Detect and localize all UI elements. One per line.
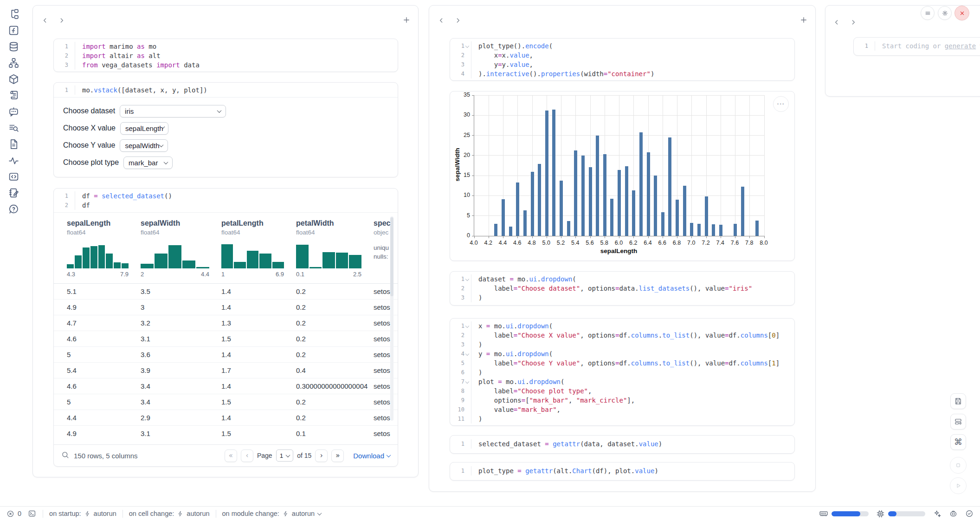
code-editor[interactable]: 1x = mo.ui.dropdown(2 label="Choose X va… xyxy=(450,319,794,426)
table-row[interactable]: 5.13.51.40.2setos xyxy=(54,283,398,299)
sidebar-item-dependencies[interactable] xyxy=(7,57,19,69)
sidebar-item-packages[interactable] xyxy=(7,73,19,85)
sidebar-item-logs[interactable] xyxy=(7,122,19,134)
chart-plot-area[interactable] xyxy=(474,95,764,236)
stop-button[interactable] xyxy=(950,457,967,474)
command-palette-button[interactable]: ⌘ xyxy=(950,434,966,450)
chart-bar xyxy=(574,150,577,236)
next-page-button[interactable]: › xyxy=(315,449,328,462)
cell-ai-prompt[interactable]: 1Start coding or generate with xyxy=(853,37,980,56)
table-scrollbar[interactable] xyxy=(390,216,393,421)
layout-toggle-button[interactable] xyxy=(950,414,966,430)
x-value-select[interactable]: sepalLength xyxy=(120,122,168,135)
sidebar-item-scratchpad[interactable] xyxy=(7,187,19,199)
sidebar-item-functions[interactable] xyxy=(7,25,19,37)
fold-chevron-icon[interactable] xyxy=(464,379,470,384)
panel-forward-button[interactable] xyxy=(58,17,65,24)
fold-chevron-icon[interactable] xyxy=(464,324,470,329)
code-editor[interactable]: 1plot_type().encode(2 x=x.value,3 y=y.va… xyxy=(450,39,794,81)
add-cell-button[interactable] xyxy=(799,16,808,24)
sidebar-item-datasources[interactable] xyxy=(7,41,19,53)
fold-spacer xyxy=(68,53,73,59)
cell-dataset-dropdown[interactable]: 1dataset = mo.ui.dropdown(2 label="Choos… xyxy=(450,271,795,306)
bolt-icon xyxy=(84,511,90,517)
cell-imports[interactable]: 1import marimo as mo2import altair as al… xyxy=(53,39,398,72)
run-button[interactable] xyxy=(950,477,967,494)
code-editor[interactable]: 1plot_type = getattr(alt.Chart(df), plot… xyxy=(450,462,794,479)
cell-vstack[interactable]: 1mo.vstack([dataset, x, y, plot]) Choose… xyxy=(53,82,398,177)
sidebar-item-file-tree[interactable] xyxy=(7,8,19,20)
search-icon[interactable] xyxy=(61,451,69,461)
error-count-badge[interactable]: 0 xyxy=(6,510,21,518)
table-row[interactable]: 4.63.41.40.30000000000000004setos xyxy=(54,378,398,394)
table-row[interactable]: 5.43.91.70.4setos xyxy=(54,362,398,378)
first-page-button[interactable]: « xyxy=(225,449,237,462)
code-editor[interactable]: 1dataset = mo.ui.dropdown(2 label="Choos… xyxy=(450,272,794,305)
column-header-petalLength[interactable]: petalLengthfloat6416.9 xyxy=(221,219,296,278)
panel-forward-button[interactable] xyxy=(454,17,462,24)
download-button[interactable]: Download xyxy=(353,452,390,460)
column-header-petalWidth[interactable]: petalWidthfloat640.12.5 xyxy=(296,219,374,278)
fold-chevron-icon[interactable] xyxy=(464,44,470,49)
cell-selected-dataset[interactable]: 1selected_dataset = getattr(data, datase… xyxy=(450,435,795,454)
runtime-item[interactable]: on module change:autorun xyxy=(222,510,322,517)
chart-bar xyxy=(560,181,563,236)
line-number: 8 xyxy=(450,386,471,396)
ai-prompt-input[interactable]: 1Start coding or generate with xyxy=(854,38,980,54)
last-page-button[interactable]: » xyxy=(331,449,344,462)
settings-button[interactable] xyxy=(938,6,952,20)
code-editor[interactable]: 1mo.vstack([dataset, x, y, plot]) xyxy=(54,83,398,97)
fold-spacer xyxy=(68,194,73,199)
save-button[interactable] xyxy=(950,393,966,409)
table-row[interactable]: 4.42.91.40.2setos xyxy=(54,410,398,425)
table-row[interactable]: 53.61.40.2setos xyxy=(54,346,398,362)
sidebar-item-documentation[interactable] xyxy=(7,90,19,102)
table-cell: 0.30000000000000004 xyxy=(296,382,374,390)
connection-status-button[interactable] xyxy=(965,509,974,518)
table-row[interactable]: 4.93.11.50.1setos xyxy=(54,425,398,441)
table-row[interactable]: 4.931.40.2setos xyxy=(54,299,398,315)
sidebar-item-outline[interactable] xyxy=(7,138,19,150)
runtime-item[interactable]: on cell change:autorun xyxy=(129,510,210,517)
plot-type-select[interactable]: mark_bar xyxy=(123,156,173,169)
terminal-button[interactable] xyxy=(28,509,36,518)
cell-plot-encode[interactable]: 1plot_type().encode(2 x=x.value,3 y=y.va… xyxy=(450,38,795,81)
fold-chevron-icon[interactable] xyxy=(464,277,470,282)
code-editor[interactable]: 1import marimo as mo2import altair as al… xyxy=(54,39,398,72)
fold-chevron-icon[interactable] xyxy=(464,352,470,357)
column-header-speci[interactable]: speciobjecuniqunulls: xyxy=(374,219,398,278)
sidebar-item-chat[interactable] xyxy=(7,106,19,118)
previous-page-button[interactable]: ‹ xyxy=(241,449,253,462)
column-header-sepalLength[interactable]: sepalLengthfloat644.37.9 xyxy=(67,219,141,278)
copilot-button[interactable] xyxy=(949,509,958,518)
table-cell: 1.4 xyxy=(221,287,296,295)
sidebar-item-help[interactable] xyxy=(7,203,19,215)
runtime-item[interactable]: on startup:autorun xyxy=(49,510,116,517)
y-value-select[interactable]: sepalWidth xyxy=(120,139,168,152)
panel-back-button[interactable] xyxy=(438,17,445,24)
sidebar-item-snippets[interactable] xyxy=(7,171,19,183)
ram-usage[interactable] xyxy=(819,509,869,518)
cell-dataframe[interactable]: 1df = selected_dataset()2df sepalLengthf… xyxy=(53,188,398,467)
panel-back-button[interactable] xyxy=(833,19,840,26)
chart-actions-button[interactable]: ··· xyxy=(773,96,789,112)
cell-xyplot-dropdowns[interactable]: 1x = mo.ui.dropdown(2 label="Choose X va… xyxy=(450,318,795,426)
panel-back-button[interactable] xyxy=(41,17,49,24)
cpu-usage[interactable] xyxy=(876,509,925,518)
close-panel-button[interactable] xyxy=(954,6,969,20)
dataset-select[interactable]: iris xyxy=(120,105,226,117)
sidebar-item-tracing[interactable] xyxy=(7,155,19,167)
panel-forward-button[interactable] xyxy=(850,19,857,26)
ai-assist-button[interactable] xyxy=(933,509,941,518)
table-row[interactable]: 4.73.21.30.2setos xyxy=(54,315,398,331)
code-line: 3 y=y.value, xyxy=(450,60,794,69)
code-editor[interactable]: 1df = selected_dataset()2df xyxy=(54,189,398,212)
column-header-sepalWidth[interactable]: sepalWidthfloat6424.4 xyxy=(141,219,221,278)
page-select[interactable]: 1 xyxy=(276,449,294,462)
table-row[interactable]: 53.41.50.2setos xyxy=(54,394,398,410)
table-row[interactable]: 4.63.11.50.2setos xyxy=(54,331,398,346)
add-cell-button[interactable] xyxy=(402,16,411,24)
cell-plot-type[interactable]: 1plot_type = getattr(alt.Chart(df), plot… xyxy=(450,462,795,481)
code-editor[interactable]: 1selected_dataset = getattr(data, datase… xyxy=(450,436,794,452)
notebook-menu-button[interactable] xyxy=(921,6,935,20)
